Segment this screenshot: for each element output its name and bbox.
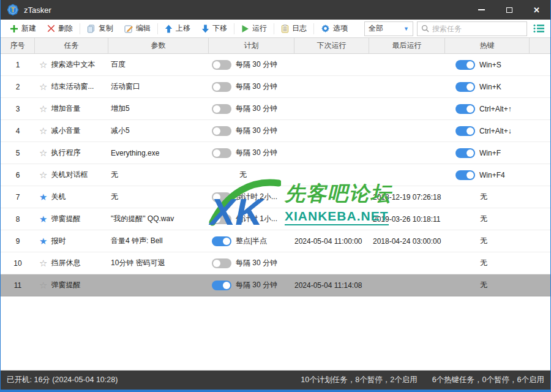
row-number: 6	[1, 171, 35, 179]
params-cell: Everything.exe	[108, 149, 209, 157]
filter-dropdown[interactable]: 全部 ▼	[364, 21, 413, 36]
maximize-button[interactable]	[495, 0, 523, 20]
plan-label: 每隔 30 分钟	[236, 81, 277, 92]
hotkey-toggle[interactable]	[455, 148, 475, 158]
table-row[interactable]: 6☆关机对话框无无Win+F4	[1, 164, 550, 186]
star-outline-icon[interactable]: ☆	[39, 148, 47, 157]
table-row[interactable]: 9★报时音量4 钟声: Bell整点|半点2024-05-04 11:00:00…	[1, 230, 550, 252]
task-table-body: 1☆搜索选中文本百度每隔 30 分钟Win+S2☆结束活动窗...活动窗口每隔 …	[1, 54, 550, 371]
hotkey-toggle[interactable]	[455, 60, 475, 70]
last-run-cell: 2019-03-26 10:18:11	[369, 215, 445, 224]
hotkey-toggle[interactable]	[455, 104, 475, 114]
column-header-last-run[interactable]: 最后运行	[369, 38, 445, 53]
list-view-button[interactable]	[531, 21, 547, 36]
toggle-knob	[213, 194, 220, 201]
star-filled-icon[interactable]: ★	[39, 192, 47, 202]
plan-toggle[interactable]	[212, 214, 231, 224]
table-row[interactable]: 2☆结束活动窗...活动窗口每隔 30 分钟Win+K	[1, 76, 550, 98]
table-row[interactable]: 4☆减小音量减小5每隔 30 分钟Ctrl+Alt+↓	[1, 120, 550, 142]
column-header-task[interactable]: 任务	[35, 38, 108, 53]
edit-task-button[interactable]: 编辑	[119, 21, 156, 37]
close-icon: ✕	[533, 6, 540, 15]
row-number: 8	[1, 215, 35, 224]
column-header-filler	[530, 38, 550, 53]
schedule-task-stats: 10个计划任务，8个暂停，2个启用	[301, 375, 417, 385]
plan-toggle[interactable]	[212, 60, 231, 70]
star-filled-icon[interactable]: ★	[39, 236, 47, 246]
plan-toggle[interactable]	[212, 126, 231, 136]
star-outline-icon[interactable]: ☆	[39, 60, 47, 69]
move-up-button[interactable]: 上移	[159, 21, 196, 37]
hotkey-toggle[interactable]	[455, 126, 475, 136]
plan-toggle[interactable]	[212, 104, 231, 114]
table-row[interactable]: 5☆执行程序Everything.exe每隔 30 分钟Win+F	[1, 142, 550, 164]
star-outline-icon[interactable]: ☆	[39, 126, 47, 135]
hotkey-toggle[interactable]	[455, 170, 475, 180]
search-input[interactable]	[432, 24, 523, 33]
list-icon	[533, 24, 545, 33]
table-row[interactable]: 8★弹窗提醒"我的提醒" QQ.wav倒计时 1小...2019-03-26 1…	[1, 208, 550, 230]
star-outline-icon[interactable]: ☆	[39, 104, 47, 113]
minimize-button[interactable]	[468, 0, 495, 20]
copy-task-button[interactable]: 复制	[81, 21, 119, 37]
table-row[interactable]: 10☆挡屏休息10分钟 密码可退每隔 30 分钟无	[1, 252, 550, 274]
status-bar: 已开机: 16分 (2024-05-04 10:28) 10个计划任务，8个暂停…	[1, 371, 550, 390]
toolbar-right-group: 全部 ▼	[364, 21, 547, 36]
status-right-group: 10个计划任务，8个暂停，2个启用 6个热键任务，0个暂停，6个启用	[301, 375, 544, 385]
hotkey-label: 无	[480, 280, 487, 290]
last-run-cell: 2018-04-24 03:00:00	[369, 237, 445, 246]
delete-task-label: 删除	[58, 23, 73, 34]
row-number: 9	[1, 237, 35, 246]
column-header-next-run[interactable]: 下次运行	[294, 38, 369, 53]
plan-toggle[interactable]	[212, 236, 231, 246]
window-title: zTasker	[24, 6, 51, 15]
app-logo-icon: T	[7, 4, 19, 16]
delete-task-button[interactable]: 删除	[42, 21, 78, 37]
toggle-knob	[213, 260, 220, 267]
params-cell: 百度	[108, 59, 209, 70]
table-row[interactable]: 1☆搜索选中文本百度每隔 30 分钟Win+S	[1, 54, 550, 76]
plan-label: 每隔 30 分钟	[236, 59, 277, 70]
delete-x-icon	[47, 24, 55, 32]
move-down-button[interactable]: 下移	[196, 21, 233, 37]
log-button[interactable]: 日志	[276, 21, 312, 37]
move-down-label: 下移	[212, 23, 227, 34]
star-outline-icon[interactable]: ☆	[39, 258, 47, 268]
task-cell: ★弹窗提醒	[35, 214, 108, 224]
arrow-up-icon	[165, 24, 173, 33]
options-button[interactable]: 选项	[315, 21, 353, 37]
star-outline-icon[interactable]: ☆	[39, 82, 47, 91]
plan-cell: 每隔 30 分钟	[209, 148, 294, 158]
toolbar: 新建 删除 复制 编辑 上移 下移 运行	[1, 20, 550, 38]
toggle-knob	[213, 216, 220, 223]
search-box	[417, 21, 527, 36]
new-task-button[interactable]: 新建	[4, 21, 42, 37]
table-row[interactable]: 3☆增加音量增加5每隔 30 分钟Ctrl+Alt+↑	[1, 98, 550, 120]
run-task-button[interactable]: 运行	[236, 21, 272, 37]
plan-toggle[interactable]	[212, 281, 231, 290]
hotkey-toggle[interactable]	[455, 82, 475, 92]
column-header-plan[interactable]: 计划	[209, 38, 294, 53]
table-row[interactable]: 11☆弹窗提醒每隔 30 分钟2024-05-04 11:14:08无	[1, 274, 550, 296]
close-button[interactable]: ✕	[523, 0, 550, 20]
task-name: 报时	[51, 236, 66, 246]
params-cell: 活动窗口	[108, 81, 209, 92]
params-cell: 增加5	[108, 104, 209, 114]
plan-toggle[interactable]	[212, 82, 231, 92]
plan-toggle[interactable]	[212, 192, 231, 202]
plan-toggle[interactable]	[212, 148, 231, 158]
log-icon	[281, 24, 289, 33]
table-row[interactable]: 7★关机无倒计时 2小...2018-12-19 07:26:18无	[1, 186, 550, 208]
plan-toggle[interactable]	[212, 258, 231, 268]
column-header-no[interactable]: 序号	[1, 38, 35, 53]
arrow-down-icon	[201, 24, 209, 33]
task-cell: ☆搜索选中文本	[35, 59, 108, 70]
star-outline-icon[interactable]: ☆	[39, 281, 47, 290]
column-header-hotkey[interactable]: 热键	[445, 38, 530, 53]
star-outline-icon[interactable]: ☆	[39, 170, 47, 179]
plan-cell: 整点|半点	[209, 236, 294, 246]
star-filled-icon[interactable]: ★	[39, 214, 47, 224]
window-bottom-accent	[1, 390, 550, 392]
column-header-params[interactable]: 参数	[108, 38, 209, 53]
task-name: 关机对话框	[51, 170, 88, 180]
